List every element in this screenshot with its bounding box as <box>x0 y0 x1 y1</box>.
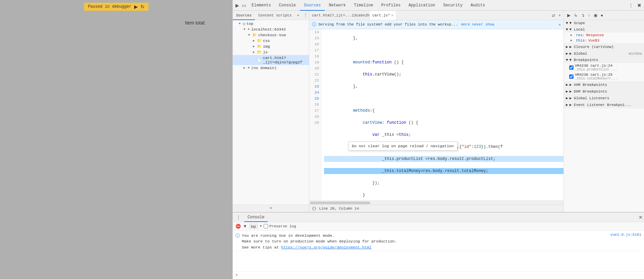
bp-checkbox-1[interactable] <box>569 65 574 70</box>
closure-header[interactable]: ▶ ▶ Closure (cartView) <box>564 44 644 50</box>
scope-item-res: ▶ res: Response <box>564 33 644 38</box>
tree-arrow-img: ▶ <box>253 45 257 48</box>
tab-profiles[interactable]: Profiles <box>377 0 405 11</box>
frame-filter-select[interactable]: top <box>249 224 258 229</box>
editor-tab-cart-html[interactable]: cart.html?_ijt=...13ca6v2hkd98uc <box>309 11 370 20</box>
global-header[interactable]: ▶ ▶ Global Window <box>564 50 644 57</box>
console-menu-btn[interactable]: ⋮ <box>234 214 243 221</box>
info-icon: ⓘ <box>312 21 316 27</box>
bp-detail-1: _this.productList ... <box>575 68 617 71</box>
tab-sources[interactable]: Sources <box>300 0 325 11</box>
tab-console-bottom[interactable]: Console <box>244 213 268 222</box>
clear-console-btn[interactable]: ⛔ <box>235 224 241 229</box>
item-total-label: Item total: <box>185 20 206 25</box>
deactivate-btn[interactable]: ◉ <box>592 12 599 18</box>
close-cart-js-tab[interactable]: ✕ <box>391 13 393 17</box>
this-arrow[interactable]: ▶ <box>571 39 575 43</box>
no-domain-icon: ☀ <box>248 66 250 70</box>
tree-item-top[interactable]: ▼ ▢ top <box>233 21 309 26</box>
this-val: Vue$3 <box>588 39 599 43</box>
tab-audits[interactable]: Audits <box>467 0 489 11</box>
file-tree: ▼ ▢ top ▼ ☀ localhost:63342 <box>233 20 309 205</box>
footer-brace[interactable]: {} <box>312 207 316 211</box>
scrollbar-h[interactable] <box>309 201 564 205</box>
filter-console-btn[interactable]: ▼ <box>243 224 247 229</box>
dom-breakpoints-header[interactable]: ▶ ▶ DOM Breakpoints <box>564 88 644 95</box>
inspect-icon[interactable]: ▶ <box>234 1 240 9</box>
step-out-btn[interactable]: ↑ <box>587 12 592 18</box>
res-val: Response <box>586 33 604 37</box>
step-into-btn[interactable]: ↴ <box>580 12 586 18</box>
ln-16: 16 <box>309 41 321 47</box>
ln-25: 25 <box>309 96 321 102</box>
scope-header[interactable]: ▼ ▼ Scope <box>564 20 644 26</box>
tab-console[interactable]: Console <box>275 0 300 11</box>
local-header[interactable]: ▼ ▼ Local <box>564 26 644 33</box>
device-icon[interactable]: ▭ <box>240 1 248 9</box>
editor-tab-cart-js[interactable]: cart.js* ✕ <box>370 11 396 20</box>
top-label: top <box>247 21 254 26</box>
preserve-log-label: Preserve log <box>264 224 296 228</box>
vue-msg-source[interactable]: vue2.0.js:6181 <box>610 233 641 237</box>
new-snippet-btn[interactable]: + <box>557 12 562 18</box>
xhr-label: ▶ XHR Breakpoints <box>570 82 607 87</box>
tree-item-no-domain[interactable]: ▶ ☀ (no domain) <box>233 65 309 71</box>
tree-item-localhost[interactable]: ▼ ☀ localhost:63342 <box>233 26 309 32</box>
bp-header[interactable]: ▼ ▼ Breakpoints <box>564 57 644 63</box>
xhr-breakpoints-header[interactable]: ▶ ▶ XHR Breakpoints <box>564 81 644 88</box>
res-arrow[interactable]: ▶ <box>571 33 575 37</box>
file-tree-scroll-down[interactable]: ▼ <box>233 205 309 212</box>
tree-item-cart-html[interactable]: 📄 cart.html?_ijt=dqjno7gvpg2f <box>233 55 309 65</box>
preserve-log-tooltip: Do not clear log on page reload / naviga… <box>348 142 458 151</box>
code-content[interactable]: }, mounted:function () { this.cartView()… <box>321 29 564 201</box>
checkout-vue-label: checkout-Vue <box>258 33 286 37</box>
editor-tab-actions: ⇄ + <box>550 12 564 18</box>
sync-sources-btn[interactable]: ⇄ <box>550 12 556 18</box>
global-val: Window <box>629 52 642 56</box>
event-listener-label: ▶ Event Listener Breakpoi... <box>570 103 632 107</box>
code-line-14: }, <box>324 35 564 41</box>
tab-elements[interactable]: Elements <box>248 0 275 11</box>
pause-exceptions-btn[interactable]: ● <box>599 12 605 18</box>
preserve-log-checkbox[interactable] <box>264 224 268 228</box>
console-input[interactable] <box>240 273 641 278</box>
resume-button[interactable]: ▶ <box>134 4 138 9</box>
scrollbar-thumb <box>310 202 370 204</box>
info-close-btn[interactable]: ✕ <box>558 22 561 27</box>
tab-security[interactable]: Security <box>439 0 467 11</box>
global-arrow: ▶ <box>566 51 568 56</box>
debugger-controls: ▶ ↳ ↴ ↑ ◉ ● <box>564 11 644 20</box>
vue-deployment-link[interactable]: https://vuejs.org/guide/deployment.html <box>281 245 371 249</box>
tab-content-scripts[interactable]: Content scripts <box>255 11 295 20</box>
ln-23: 23 <box>309 83 321 90</box>
tab-sources-left[interactable]: Sources <box>233 11 255 20</box>
info-never-show-link[interactable]: never show <box>472 22 494 26</box>
resume-execution-btn[interactable]: ▶ <box>566 12 572 18</box>
sources-body: Sources Content scripts » ⋮ ▼ ▢ top <box>233 11 644 212</box>
bp-checkbox-2[interactable] <box>569 74 574 79</box>
console-content: ⓘ You are running Vue in development mod… <box>233 231 644 271</box>
dom-label: ▶ DOM Breakpoints <box>570 89 607 94</box>
folder-icon-css: 📁 <box>257 39 262 43</box>
scope-arrow: ▼ <box>566 21 568 25</box>
tree-item-js[interactable]: ▶ 📁 js <box>233 49 309 55</box>
tab-timeline[interactable]: Timeline <box>350 0 377 11</box>
info-more-link[interactable]: more <box>461 22 470 26</box>
more-tabs-btn[interactable]: » <box>296 13 301 17</box>
global-listeners-header[interactable]: ▶ ▶ Global Listeners <box>564 95 644 101</box>
file-tree-options-btn[interactable]: ⋮ <box>304 13 309 18</box>
close-devtools-icon[interactable]: ✖ <box>636 1 643 9</box>
scope-group: ▼ ▼ Scope <box>564 20 644 26</box>
tree-item-css[interactable]: ▶ 📁 css <box>233 38 309 44</box>
more-tools-icon[interactable]: ⋮ <box>627 1 635 9</box>
event-listener-header[interactable]: ▶ ▶ Event Listener Breakpoi... <box>564 102 644 108</box>
code-area[interactable]: 14 15 16 17 18 19 20 21 22 23 24 25 26 2… <box>309 29 564 201</box>
scope-section: ▼ ▼ Scope ▼ ▼ Local ▶ res: Resp <box>564 20 644 212</box>
step-over-btn[interactable]: ↳ <box>573 12 579 18</box>
tab-application[interactable]: Application <box>405 0 439 11</box>
tree-item-checkout-vue[interactable]: ▼ 📁 checkout-Vue <box>233 32 309 38</box>
tree-item-img[interactable]: ▶ 📁 img <box>233 44 309 49</box>
step-button[interactable]: ↻ <box>141 4 145 9</box>
close-console-btn[interactable]: ✕ <box>639 215 643 220</box>
tab-network[interactable]: Network <box>325 0 350 11</box>
